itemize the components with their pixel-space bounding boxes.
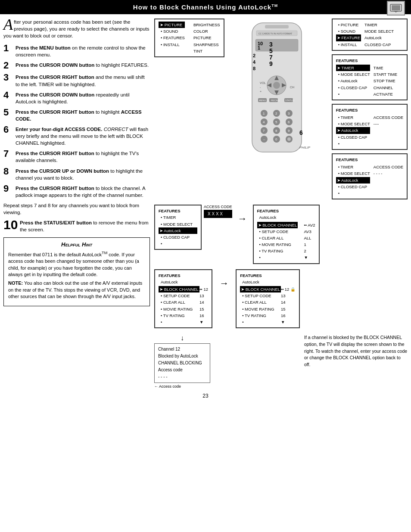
mbc-sub: AutoLock — [257, 214, 315, 221]
mcl-arrow-12: •• — [281, 286, 284, 292]
menu-feature-hl-right: TIMER MODE SELECT AutoLock CLOSED CAP — [364, 22, 394, 48]
menu-features-timer-right: TIME START TIME STOP TIME CHANNEL ACTIVA… — [374, 65, 397, 97]
mf-sound: • SOUND — [336, 28, 361, 34]
mfa-access-code-label: ACCESS CODE — [374, 114, 403, 121]
intro-body: fter your personal access code has been … — [3, 19, 149, 38]
mcn-setup: • SETUP CODE — [159, 292, 199, 299]
svg-text:8: 8 — [275, 129, 277, 133]
mcn-title: FEATURES — [159, 272, 208, 279]
menu-block-channel: FEATURES AutoLock ➤ BLOCK CHANNEL • SETU… — [253, 205, 320, 264]
mcn-16: 16 — [199, 312, 208, 319]
mfa-autolock-hl: ➤ AutoLock — [336, 127, 370, 134]
step-content-3: Press the CURSOR RIGHT button and the me… — [16, 74, 150, 87]
svg-text:8: 8 — [253, 66, 255, 71]
svg-text:4: 4 — [253, 59, 256, 65]
mfa-bullet: • — [336, 140, 370, 147]
mcn-arrow-12: •• — [199, 286, 202, 292]
menu-picture-label: PICTURE — [193, 34, 220, 41]
hint-paragraph-2: NOTE: You also can block out the use of … — [8, 280, 145, 300]
mcn-bullet: • — [159, 319, 199, 325]
svg-text:4: 4 — [263, 120, 265, 124]
page-number: 23 — [0, 393, 411, 402]
menu-sound: • SOUND — [159, 28, 185, 34]
arrow-right-1: → — [238, 213, 247, 224]
mf-feature-hl: ➤ FEATURE — [336, 34, 361, 41]
menu-picture-left: ➤ PICTURE • SOUND • FEATURES • INSTALL — [159, 22, 185, 54]
step-content-10: Press the STATUS/EXIT button to remove t… — [20, 219, 150, 233]
mcl-ch12-row: •• 12 🔒 — [281, 286, 296, 292]
step-num-1: 1 — [3, 44, 16, 53]
menu-features-timer-content: ➤ TIMER • MODE SELECT • AutoLock • CLOSE… — [336, 65, 403, 97]
mcl-title: FEATURES — [240, 272, 296, 279]
repeat-text: Repeat steps 7 and 8 for any channels yo… — [3, 202, 150, 216]
svg-text:+: + — [260, 90, 262, 93]
mac-bullet: • — [159, 240, 197, 247]
mcl-bullet: • — [240, 319, 281, 325]
svg-text:--: -- — [263, 138, 265, 141]
mft-time: TIME — [374, 65, 397, 71]
menu-features-timer: FEATURES ➤ TIMER • MODE SELECT • AutoLoc… — [332, 54, 408, 100]
step-content-5: Press the CURSOR RIGHT button to highlig… — [16, 109, 150, 122]
svg-text:9: 9 — [288, 129, 290, 133]
svg-text:5: 5 — [275, 120, 277, 124]
remote-control: CC CARDS TV AV AUTO FORMAT 10 1 3 5 7 9 — [243, 19, 310, 158]
mbc-block-hl: ➤ BLOCK CHANNEL — [257, 222, 298, 228]
mft-start-time: START TIME — [374, 71, 397, 78]
mcn-ch12-row: •• 12 — [199, 286, 208, 292]
mfa2-access-code-label: ACCESS CODE — [374, 164, 403, 170]
mcl-clear: • CLEAR ALL — [240, 299, 281, 305]
hint-paragraph-1: Remember that 0711 is the default AutoLo… — [8, 250, 145, 278]
step-1: 1 Press the MENU button on the remote co… — [3, 44, 150, 58]
mbc-av2: •• AV2 — [304, 222, 315, 228]
mac-closed-cap: • CLOSED CAP — [159, 234, 197, 240]
access-code-label: ACCESS CODE — [204, 205, 232, 209]
mfa2-closed-cap: • CLOSED CAP — [336, 184, 370, 190]
access-code-area: FEATURES • TIMER • MODE SELECT ➤ AutoLoc… — [154, 205, 232, 250]
mfa-mode-select: • MODE SELECT — [336, 121, 370, 127]
svg-rect-1 — [392, 5, 400, 10]
mcl-content: ➤ BLOCK CHANNEL • SETUP CODE • CLEAR ALL… — [240, 286, 296, 325]
mcn-tv: • TV RATING — [159, 312, 199, 319]
intro-text: A fter your personal access code has bee… — [3, 19, 150, 39]
mfa2-mode-select: • MODE SELECT — [336, 170, 370, 177]
drop-cap: A — [3, 19, 13, 31]
menu-feature-hl-content: • PICTURE • SOUND ➤ FEATURE • INSTALL TI… — [336, 22, 403, 48]
svg-text:RECALL: RECALL — [271, 99, 280, 102]
mcl-13: 13 — [281, 292, 296, 299]
svg-text:2: 2 — [275, 112, 277, 115]
mcn-right: •• 12 13 14 15 16 ▼ — [199, 286, 208, 325]
mcl-setup: • SETUP CODE — [240, 292, 281, 299]
mf-autolock: AutoLock — [364, 34, 394, 41]
menu-picture-content: ➤ PICTURE • SOUND • FEATURES • INSTALL B… — [159, 22, 220, 54]
mcl-tv: • TV RATING — [240, 312, 281, 319]
cb-dashes: - - - - — [158, 373, 206, 380]
top-diagram-row: ➤ PICTURE • SOUND • FEATURES • INSTALL B… — [154, 19, 408, 199]
mbc-content: ➤ BLOCK CHANNEL • SETUP CODE • CLEAR ALL… — [257, 222, 315, 261]
menu-channels-lock: FEATURES AutoLock ➤ BLOCK CHANNEL • SETU… — [236, 269, 300, 329]
cb-channel-blocking: CHANNEL BLOCKING — [158, 360, 206, 367]
mbc-right: •• AV2 AV3 ALL 1 2 ▼ — [304, 222, 315, 261]
mcl-down: ▼ — [281, 319, 296, 325]
mac-autolock-hl: ➤ AutoLock — [159, 227, 197, 234]
svg-text:2: 2 — [253, 53, 255, 58]
mcl-right: •• 12 🔒 13 14 15 16 ▼ — [281, 286, 296, 325]
mcn-sub: AutoLock — [159, 279, 208, 285]
svg-text:6: 6 — [299, 129, 303, 136]
svg-text:3: 3 — [288, 112, 290, 115]
menu-features-autolock-2-right: ACCESS CODE - - - - — [374, 164, 403, 196]
step-num-10: 10 — [3, 218, 20, 231]
svg-text:7: 7 — [263, 129, 265, 133]
mft-timer-hl: ➤ TIMER — [336, 65, 370, 71]
cb-blocked: Blocked by AutoLock — [158, 353, 206, 360]
corner-icon — [387, 1, 405, 16]
menu-features-autolock-content: • TIMER • MODE SELECT ➤ AutoLock • CLOSE… — [336, 114, 403, 147]
right-diagrams: ➤ PICTURE • SOUND • FEATURES • INSTALL B… — [154, 19, 408, 389]
channel-blocked-area: ↓ Channel 12 Blocked by AutoLock CHANNEL… — [154, 334, 210, 389]
step-9: 9 Press the CURSOR RIGHT button to block… — [3, 185, 150, 199]
mft-activate: ACTIVATE — [374, 91, 397, 97]
hint-text: Remember that 0711 is the default AutoLo… — [8, 250, 145, 300]
mfa-closed-cap: • CLOSED CAP — [336, 134, 370, 140]
step-5: 5 Press the CURSOR RIGHT button to highl… — [3, 109, 150, 122]
mbc-movie: • MOVIE RATING — [257, 241, 298, 248]
menu-features-autolock-2: FEATURES • TIMER • MODE SELECT ➤ AutoLoc… — [332, 153, 408, 199]
